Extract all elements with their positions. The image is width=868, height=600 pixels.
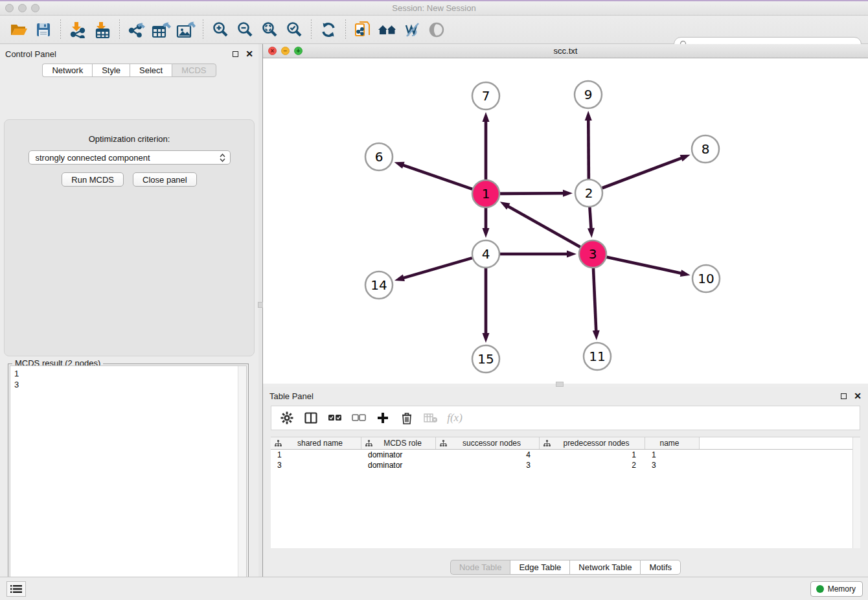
create-column-button[interactable] xyxy=(374,408,392,428)
toolbar-separator xyxy=(203,19,203,40)
graph-node-label: 4 xyxy=(482,246,490,262)
application-window: Session: New Session xyxy=(0,0,868,600)
show-columns-button[interactable] xyxy=(302,408,320,428)
column-header-name[interactable]: name xyxy=(645,437,700,449)
splitter-grip[interactable] xyxy=(258,302,263,308)
open-session-button[interactable] xyxy=(6,18,31,41)
tab-network-table[interactable]: Network Table xyxy=(569,560,640,575)
graph-edge-arrowhead xyxy=(500,202,510,209)
graph-edge-1-2[interactable] xyxy=(500,193,565,194)
graph-edge-2-9[interactable] xyxy=(588,119,589,179)
column-header-successor-nodes[interactable]: successor nodes xyxy=(436,437,540,449)
save-session-button[interactable] xyxy=(31,18,56,41)
column-header-shared-name[interactable]: shared name xyxy=(271,437,361,449)
zoom-in-button[interactable] xyxy=(208,18,233,41)
vertical-splitter[interactable] xyxy=(258,44,262,578)
view-sphere-icon xyxy=(428,21,445,38)
table-row[interactable]: 1dominator411 xyxy=(271,450,860,460)
task-history-button[interactable] xyxy=(6,581,26,597)
main-titlebar: Session: New Session xyxy=(0,1,868,16)
export-table-button[interactable] xyxy=(149,18,174,41)
apply-layout-button[interactable] xyxy=(316,18,341,41)
network-canvas[interactable]: 1234678910111415 xyxy=(263,58,868,384)
float-panel-icon[interactable] xyxy=(233,51,238,57)
graph-edge-arrowhead xyxy=(563,190,573,197)
deselect-all-columns-button[interactable] xyxy=(350,408,368,428)
zoom-out-icon xyxy=(236,21,253,38)
graph-edge-3-11[interactable] xyxy=(593,268,596,332)
list-icon xyxy=(10,584,22,594)
export-table-icon xyxy=(152,21,171,38)
function-builder-button[interactable]: f(x) xyxy=(446,408,464,428)
table-cell: dominator xyxy=(361,450,436,460)
table-row[interactable]: 3dominator323 xyxy=(271,460,860,470)
import-network-button[interactable] xyxy=(65,18,90,41)
float-panel-icon[interactable] xyxy=(841,393,847,399)
close-panel-icon[interactable]: ✕ xyxy=(854,393,862,399)
table-toolbar: f(x) xyxy=(271,406,860,430)
graph-edge-arrowhead xyxy=(593,330,600,340)
graph-edge-arrowhead xyxy=(585,111,592,121)
zoom-fit-button[interactable] xyxy=(257,18,282,41)
delete-table-button[interactable] xyxy=(422,408,440,428)
open-folder-icon xyxy=(10,22,28,38)
graph-node-label: 9 xyxy=(584,87,593,102)
network-graph[interactable]: 1234678910111415 xyxy=(263,58,868,383)
table-scrollbar[interactable] xyxy=(852,437,860,548)
run-mcds-button[interactable]: Run MCDS xyxy=(62,172,124,187)
close-panel-icon[interactable]: ✕ xyxy=(246,51,253,57)
graph-node-label: 14 xyxy=(371,277,387,293)
import-table-icon xyxy=(93,21,111,38)
mcds-result-scrollbar[interactable] xyxy=(238,366,246,600)
import-table-button[interactable] xyxy=(90,18,115,41)
birdseye-view-button[interactable] xyxy=(424,18,449,41)
tab-select[interactable]: Select xyxy=(130,63,172,77)
graph-edge-3-1[interactable] xyxy=(507,205,580,247)
hierarchy-icon xyxy=(365,440,372,446)
mcds-result-text: 1 3 xyxy=(10,366,238,600)
tab-mcds[interactable]: MCDS xyxy=(172,63,216,77)
tab-node-table[interactable]: Node Table xyxy=(450,560,510,575)
graph-edge-4-14[interactable] xyxy=(402,258,472,279)
refresh-icon xyxy=(320,21,337,38)
graph-node-label: 1 xyxy=(482,186,490,202)
checked-boxes-icon xyxy=(328,413,342,422)
clone-network-button[interactable] xyxy=(350,18,375,41)
close-panel-button[interactable]: Close panel xyxy=(133,172,197,187)
plus-icon xyxy=(377,412,389,424)
graph-edge-1-6[interactable] xyxy=(402,165,472,189)
graph-edge-2-8[interactable] xyxy=(602,157,683,188)
export-network-button[interactable] xyxy=(124,18,149,41)
splitter-grip[interactable] xyxy=(556,382,564,387)
memory-button[interactable]: Memory xyxy=(810,581,863,597)
table-settings-button[interactable] xyxy=(278,408,296,428)
mcds-result-group: MCDS result (2 nodes) 1 3 xyxy=(8,363,249,600)
trash-icon xyxy=(402,412,412,424)
zoom-out-button[interactable] xyxy=(233,18,257,41)
columns-icon xyxy=(304,412,317,424)
tab-network[interactable]: Network xyxy=(42,63,92,77)
graph-edge-3-10[interactable] xyxy=(606,257,682,273)
hide-details-button[interactable] xyxy=(400,18,424,41)
table-panel-title: Table Panel xyxy=(269,391,841,401)
table-cell: 1 xyxy=(645,450,700,460)
delete-column-button[interactable] xyxy=(398,408,416,428)
hierarchy-icon xyxy=(543,440,551,446)
tab-motifs[interactable]: Motifs xyxy=(640,560,681,575)
optimization-criterion-label: Optimization criterion: xyxy=(5,134,254,144)
criterion-select[interactable]: strongly connected component xyxy=(29,150,231,165)
graph-edge-2-3[interactable] xyxy=(589,207,591,230)
fx-icon: f(x) xyxy=(447,411,463,424)
column-header-mcds-role[interactable]: MCDS role xyxy=(361,437,436,449)
tab-style[interactable]: Style xyxy=(92,63,130,77)
select-all-columns-button[interactable] xyxy=(326,408,344,428)
home-network-button[interactable] xyxy=(375,18,400,41)
toolbar-separator xyxy=(311,19,312,40)
zoom-selected-button[interactable] xyxy=(282,18,306,41)
export-image-button[interactable] xyxy=(174,18,198,41)
tab-edge-table[interactable]: Edge Table xyxy=(510,560,569,575)
table-header-row: shared name MCDS role successor nodes xyxy=(271,437,860,450)
graph-node-label: 10 xyxy=(698,271,714,286)
status-bar: Memory xyxy=(0,577,868,600)
column-header-predecessor-nodes[interactable]: predecessor nodes xyxy=(540,437,645,449)
